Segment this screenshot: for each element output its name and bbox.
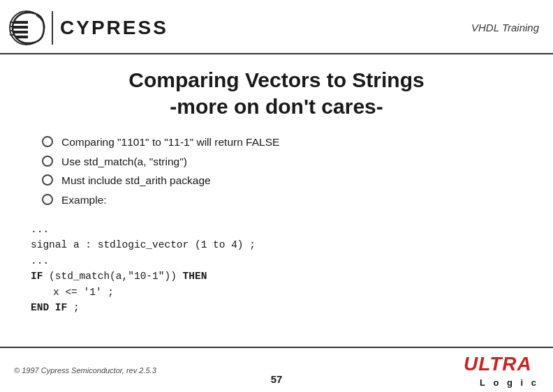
slide-title-line1: Comparing Vectors to Strings: [28, 67, 525, 93]
bullet-text-1: Comparing "1101" to "11-1" will return F…: [61, 135, 279, 150]
list-item: Comparing "1101" to "11-1" will return F…: [42, 135, 525, 150]
code-block: ... signal a : stdlogic_vector (1 to 4) …: [31, 222, 525, 316]
cypress-logo: CYPRESS: [7, 7, 168, 49]
ultra-text: ULTRA: [462, 352, 539, 377]
page-number: 57: [271, 373, 283, 385]
header: CYPRESS VHDL Training: [0, 0, 553, 54]
bullet-text-4: Example:: [61, 193, 107, 208]
slide-title: Comparing Vectors to Strings -more on do…: [28, 67, 525, 119]
bullet-list: Comparing "1101" to "11-1" will return F…: [42, 135, 525, 212]
bullet-text-3: Must include std_arith package: [61, 173, 211, 188]
slide-title-line2: -more on don't cares-: [28, 93, 525, 120]
svg-text:ULTRA: ULTRA: [464, 353, 532, 375]
bullet-icon: [42, 174, 53, 186]
footer: © 1997 Cypress Semiconductor, rev 2.5.3 …: [0, 347, 553, 392]
bullet-icon: [42, 156, 53, 167]
cypress-logo-text: CYPRESS: [60, 17, 168, 39]
slide: CYPRESS VHDL Training Comparing Vectors …: [0, 0, 553, 392]
code-line-6: END IF ;: [31, 300, 525, 315]
code-line-3: ...: [31, 253, 525, 269]
bullet-text-2: Use std_match(a, "string"): [61, 154, 187, 169]
header-title: VHDL Training: [471, 22, 539, 33]
ultra-logo-svg: ULTRA: [462, 352, 539, 375]
list-item: Example:: [42, 193, 525, 208]
code-line-1: ...: [31, 222, 525, 237]
bullet-icon: [42, 136, 53, 147]
list-item: Use std_match(a, "string"): [42, 154, 525, 169]
code-line-4: IF (std_match(a,"10-1")) THEN: [31, 269, 525, 284]
ultra-logic-logo: ULTRA L o g i c: [462, 352, 539, 388]
header-title-area: VHDL Training: [471, 22, 539, 34]
main-content: Comparing Vectors to Strings -more on do…: [0, 54, 553, 347]
list-item: Must include std_arith package: [42, 173, 525, 188]
code-line-2: signal a : stdlogic_vector (1 to 4) ;: [31, 237, 525, 252]
logic-text: L o g i c: [480, 377, 539, 388]
bullet-icon: [42, 194, 53, 205]
footer-copyright: © 1997 Cypress Semiconductor, rev 2.5.3: [14, 366, 156, 375]
code-line-5: x <= '1' ;: [53, 285, 525, 300]
cypress-logo-svg: [10, 8, 49, 47]
